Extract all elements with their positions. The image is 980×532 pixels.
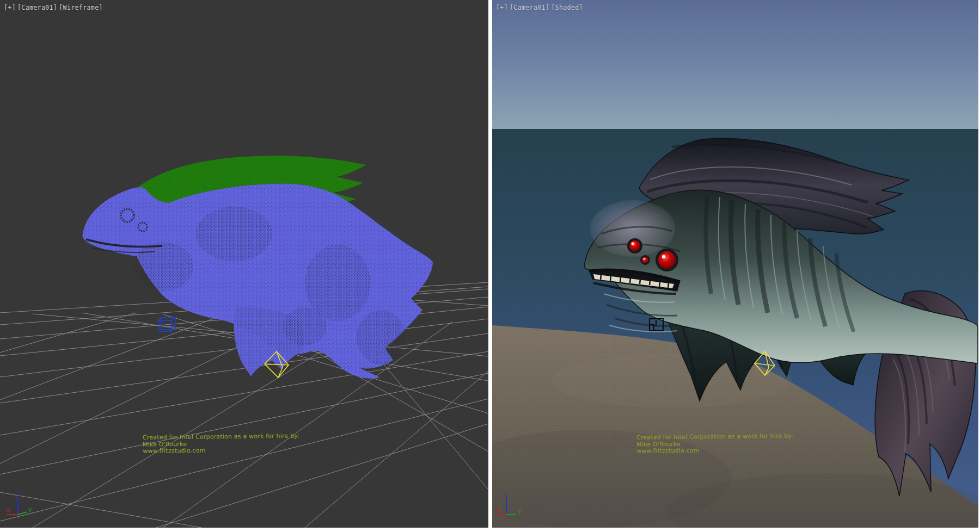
eye-small bbox=[629, 240, 640, 251]
axis-x-label: x bbox=[496, 506, 500, 514]
viewport-shading-menu[interactable]: [Wireframe] bbox=[59, 4, 103, 11]
viewport-menu-button[interactable]: [+] bbox=[496, 4, 508, 11]
eye-tiny bbox=[642, 257, 648, 263]
viewport-shading-menu[interactable]: [Shaded] bbox=[551, 4, 583, 11]
axis-y-label: y bbox=[518, 508, 522, 515]
viewport-menu-button[interactable]: [+] bbox=[4, 4, 16, 11]
watermark-text-left: Created for Intel Corporation as a work … bbox=[143, 432, 328, 455]
viewport-camera-menu[interactable]: [Camera01] bbox=[17, 4, 57, 11]
viewport-camera-menu[interactable]: [Camera01] bbox=[510, 4, 549, 11]
viewport-label-right: [+][Camera01][Shaded] bbox=[496, 4, 585, 11]
axis-tripod-left: x z y bbox=[2, 491, 40, 526]
watermark-text-right: Created for Intel Corporation as a work … bbox=[636, 432, 822, 455]
fish-wireframe-model[interactable] bbox=[82, 156, 433, 378]
viewport-wireframe[interactable]: [+][Camera01][Wireframe] Created for Int… bbox=[0, 0, 488, 528]
axis-tripod-right: x z y bbox=[494, 491, 532, 526]
axis-y-label: y bbox=[28, 506, 32, 513]
viewport-label-left: [+][Camera01][Wireframe] bbox=[4, 4, 105, 11]
eye-large bbox=[658, 251, 676, 269]
axis-z-label: z bbox=[16, 492, 19, 499]
axis-z-label: z bbox=[504, 492, 507, 499]
viewport-shaded[interactable]: [+][Camera01][Shaded] Created for Intel … bbox=[492, 0, 978, 528]
axis-x-label: x bbox=[7, 506, 10, 514]
